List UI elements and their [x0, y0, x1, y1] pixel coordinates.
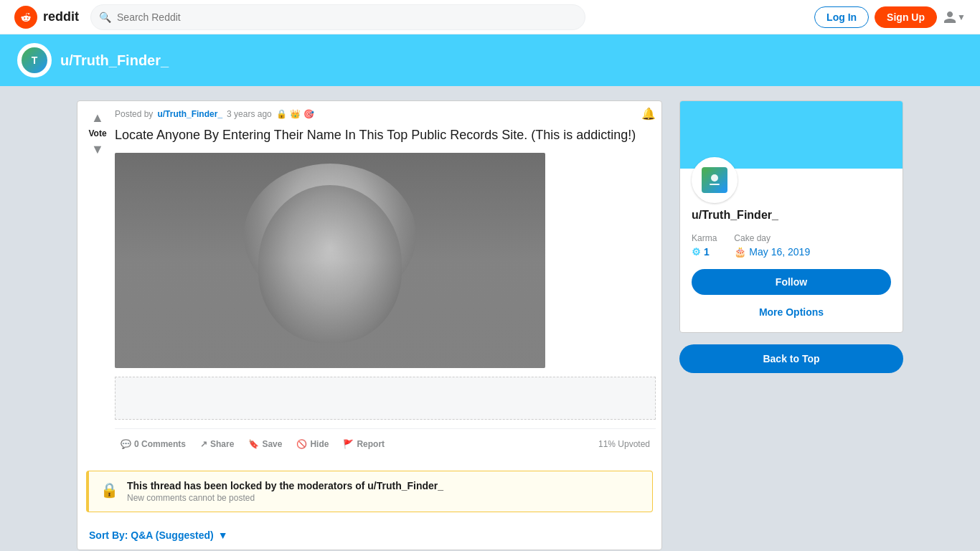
locked-main-text: This thread has been locked by the moder… — [127, 480, 443, 491]
posted-by-label: Posted by — [115, 109, 153, 119]
locked-sub-text: New comments cannot be posted — [127, 493, 443, 503]
share-icon: ↗ — [200, 439, 207, 449]
cake-day-label: Cake day — [734, 233, 810, 243]
downvote-button[interactable]: ▼ — [90, 141, 105, 157]
post-image — [115, 153, 545, 368]
notification-bell-icon[interactable]: 🔔 — [641, 107, 656, 121]
cake-day-date: May 16, 2019 — [749, 246, 810, 258]
truthfinder-logo — [702, 167, 727, 193]
comment-icon: 💬 — [121, 439, 131, 449]
flair-icon-3: 🎯 — [303, 109, 314, 119]
main-content: ▲ Vote ▼ Posted by u/Truth_Finder_ 3 yea… — [60, 86, 920, 551]
flair-icon-1: 🔒 — [276, 109, 287, 119]
comments-button[interactable]: 💬 0 Comments — [115, 435, 192, 453]
post-meta: Posted by u/Truth_Finder_ 3 years ago 🔒 … — [115, 107, 656, 121]
search-icon: 🔍 — [99, 11, 111, 23]
profile-avatar — [692, 157, 738, 203]
karma-label: Karma — [692, 233, 717, 243]
karma-icon: ⚙ — [692, 246, 701, 258]
cake-day-value: 🎂 May 16, 2019 — [734, 246, 810, 258]
report-button[interactable]: 🚩 Report — [337, 435, 390, 453]
share-label: Share — [210, 439, 234, 449]
user-avatar-banner: T — [17, 43, 52, 77]
hide-icon: 🚫 — [296, 439, 307, 449]
login-button[interactable]: Log In — [814, 6, 869, 28]
search-input[interactable] — [90, 4, 585, 30]
more-options-button[interactable]: More Options — [692, 303, 891, 321]
hide-label: Hide — [310, 439, 329, 449]
vote-column: ▲ Vote ▼ — [83, 107, 112, 456]
lock-icon: 🔒 — [100, 481, 118, 499]
locked-notice: 🔒 This thread has been locked by the mod… — [86, 471, 653, 512]
user-banner: T u/Truth_Finder_ — [0, 34, 980, 86]
report-label: Report — [357, 439, 385, 449]
post-ad-space — [115, 377, 656, 420]
post-author[interactable]: u/Truth_Finder_ — [157, 109, 222, 119]
post-flair-icons: 🔒 👑 🎯 — [276, 109, 314, 119]
reddit-logo[interactable]: reddit — [14, 6, 79, 29]
profile-stats: Karma ⚙ 1 Cake day 🎂 May 16, 2019 — [692, 233, 891, 258]
vote-label: Vote — [88, 128, 106, 138]
share-button[interactable]: ↗ Share — [194, 435, 240, 453]
report-icon: 🚩 — [343, 439, 354, 449]
save-button[interactable]: 🔖 Save — [242, 435, 288, 453]
reddit-icon — [14, 6, 37, 29]
save-label: Save — [262, 439, 282, 449]
post-inner: ▲ Vote ▼ Posted by u/Truth_Finder_ 3 yea… — [77, 101, 661, 462]
karma-value: ⚙ 1 — [692, 246, 717, 258]
profile-card-body: u/Truth_Finder_ Karma ⚙ 1 Cake day 🎂 — [680, 169, 903, 332]
comments-count: 0 Comments — [134, 439, 186, 449]
user-menu-icon[interactable]: ▼ — [943, 6, 966, 29]
post-body: Posted by u/Truth_Finder_ 3 years ago 🔒 … — [115, 107, 656, 456]
chevron-down-icon: ▼ — [957, 12, 966, 22]
sort-label: Sort By: Q&A (Suggested) — [89, 529, 214, 541]
header-actions: Log In Sign Up ▼ — [814, 6, 966, 29]
sort-chevron-icon: ▼ — [218, 529, 228, 541]
svg-point-2 — [711, 174, 718, 182]
cake-icon: 🎂 — [734, 246, 746, 258]
cake-day-stat: Cake day 🎂 May 16, 2019 — [734, 233, 810, 258]
header: reddit 🔍 Log In Sign Up ▼ — [0, 0, 980, 34]
signup-button[interactable]: Sign Up — [875, 6, 937, 28]
user-banner-name: u/Truth_Finder_ — [60, 52, 169, 69]
svg-rect-3 — [710, 184, 720, 185]
profile-username: u/Truth_Finder_ — [692, 209, 891, 222]
post-time: 3 years ago — [227, 109, 272, 119]
locked-text: This thread has been locked by the moder… — [127, 480, 443, 503]
upvote-button[interactable]: ▲ — [90, 110, 105, 126]
follow-button[interactable]: Follow — [692, 269, 891, 295]
hide-button[interactable]: 🚫 Hide — [291, 435, 334, 453]
truthfinder-logo-small: T — [22, 47, 47, 73]
reddit-logo-text: reddit — [43, 9, 79, 24]
upvote-stat: 11% Upvoted — [598, 439, 656, 449]
save-icon: 🔖 — [248, 439, 259, 449]
sidebar: u/Truth_Finder_ Karma ⚙ 1 Cake day 🎂 — [679, 100, 903, 373]
profile-card: u/Truth_Finder_ Karma ⚙ 1 Cake day 🎂 — [679, 100, 903, 333]
karma-number: 1 — [704, 246, 710, 258]
search-bar: 🔍 — [90, 4, 585, 30]
karma-stat: Karma ⚙ 1 — [692, 233, 717, 258]
flair-icon-2: 👑 — [290, 109, 301, 119]
back-to-top-button[interactable]: Back to Top — [679, 344, 903, 373]
post-card: ▲ Vote ▼ Posted by u/Truth_Finder_ 3 yea… — [77, 100, 662, 550]
sort-bar[interactable]: Sort By: Q&A (Suggested) ▼ — [77, 521, 661, 550]
post-actions: 💬 0 Comments ↗ Share 🔖 Save 🚫 Hide — [115, 428, 656, 456]
post-title: Locate Anyone By Entering Their Name In … — [115, 126, 656, 144]
